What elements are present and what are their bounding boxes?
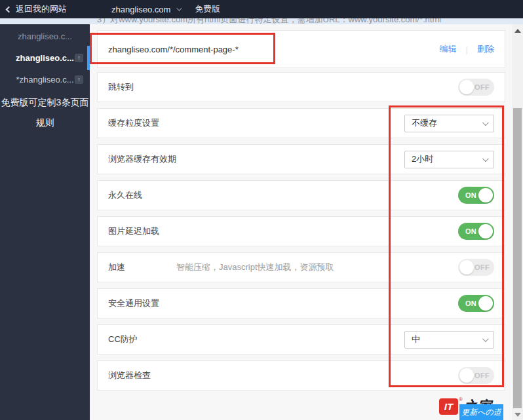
toggle-knob: [478, 188, 493, 202]
watermark-overlay: 更新への道: [459, 404, 503, 420]
sidebar-note: 免费版可定制3条页面规则: [0, 92, 90, 133]
browser-check-toggle[interactable]: OFF: [458, 367, 494, 384]
settings-row-acceleration: 加速 智能压缩，Javascript快速加载，资源预取 OFF: [97, 252, 505, 282]
rule-url: zhangliseo.com/*/comment-page-*: [108, 45, 239, 54]
security-general-toggle[interactable]: ON: [458, 295, 494, 312]
image-lazyload-toggle[interactable]: ON: [458, 223, 494, 240]
back-to-my-site-button[interactable]: 返回我的网站: [7, 3, 67, 15]
ithome-logo-icon: IT: [439, 398, 458, 415]
settings-row-cache-granularity: 缓存粒度设置 不缓存: [97, 108, 505, 138]
ithome-watermark: IT ® 之家 更新への道: [439, 396, 511, 419]
toggle-state-label: ON: [465, 299, 476, 307]
row-label: 图片延迟加载: [108, 225, 159, 237]
edit-button[interactable]: 编辑: [440, 43, 457, 55]
chevron-down-icon: [482, 119, 489, 126]
row-label: 永久在线: [108, 189, 142, 201]
domain-name: zhangliseo.com: [111, 5, 170, 14]
app-header: 返回我的网站 zhangliseo.com 免费版: [0, 0, 523, 18]
clipped-help-text: 3）对www.yoursite.com所有html页面进行特定设置，需增加URL…: [97, 18, 441, 24]
settings-row-cc-protection: CC防护 中: [97, 324, 505, 354]
delete-button[interactable]: 删除: [477, 43, 494, 55]
row-label: 加速: [108, 261, 125, 273]
toggle-state-label: OFF: [475, 83, 490, 91]
sidebar: zhangliseo.c... zhangliseo.c... ↑ *zhang…: [0, 24, 90, 420]
clipped-help-strip: 3）对www.yoursite.com所有html页面进行特定设置，需增加URL…: [0, 18, 523, 24]
acceleration-toggle[interactable]: OFF: [458, 259, 494, 276]
chevron-down-icon: [482, 335, 489, 342]
cc-protection-select[interactable]: 中: [404, 331, 494, 349]
plan-badge: 免费版: [195, 3, 220, 15]
rule-header-card: zhangliseo.com/*/comment-page-* 编辑 | 删除: [97, 30, 505, 68]
select-value: 2小时: [412, 153, 433, 165]
chevron-down-icon: [482, 155, 489, 162]
sidebar-item-label: zhangliseo.c...: [16, 53, 74, 63]
jump-to-toggle[interactable]: OFF: [458, 79, 494, 96]
scrollbar[interactable]: [512, 24, 523, 420]
row-label: 安全通用设置: [108, 297, 159, 309]
row-label: 浏览器缓存有效期: [108, 153, 176, 165]
scrollbar-thumb[interactable]: [513, 108, 522, 408]
scroll-down-arrow-icon[interactable]: [514, 413, 521, 417]
arrow-up-icon[interactable]: ↑: [75, 75, 83, 84]
divider: |: [466, 45, 468, 54]
settings-row-image-lazyload: 图片延迟加载 ON: [97, 216, 505, 246]
settings-row-jump-to: 跳转到 OFF: [97, 72, 505, 102]
sidebar-item-label: *zhangliseo.c...: [16, 75, 73, 85]
toggle-knob: [478, 224, 493, 239]
arrow-up-icon[interactable]: ↑: [75, 54, 83, 62]
toggle-state-label: ON: [465, 227, 476, 235]
row-label: 缓存粒度设置: [108, 117, 159, 129]
settings-row-browser-check: 浏览器检查 OFF: [97, 360, 505, 391]
toggle-knob: [459, 260, 474, 275]
row-label: 浏览器检查: [108, 370, 151, 381]
select-value: 不缓存: [412, 117, 437, 129]
row-description: 智能压缩，Javascript快速加载，资源预取: [176, 261, 334, 273]
settings-row-security-general: 安全通用设置 ON: [97, 288, 505, 318]
settings-row-browser-cache-ttl: 浏览器缓存有效期 2小时: [97, 144, 505, 174]
toggle-state-label: OFF: [475, 263, 490, 271]
toggle-knob: [459, 80, 474, 94]
back-label: 返回我的网站: [16, 3, 67, 15]
always-online-toggle[interactable]: ON: [458, 187, 494, 204]
toggle-knob: [478, 296, 493, 311]
browser-cache-ttl-select[interactable]: 2小时: [404, 151, 494, 168]
toggle-knob: [459, 368, 474, 383]
cache-granularity-select[interactable]: 不缓存: [404, 115, 494, 132]
select-value: 中: [412, 334, 420, 345]
chevron-left-icon: [6, 6, 12, 12]
registered-mark: ®: [459, 396, 463, 402]
sidebar-item-label: zhangliseo.c...: [18, 31, 72, 41]
row-label: CC防护: [108, 334, 138, 345]
row-label: 跳转到: [108, 81, 134, 93]
scroll-up-arrow-icon[interactable]: [514, 29, 521, 33]
domain-selector[interactable]: zhangliseo.com 免费版: [111, 3, 220, 15]
toggle-state-label: ON: [465, 191, 476, 199]
toggle-state-label: OFF: [475, 372, 490, 379]
sidebar-item-rule-1[interactable]: zhangliseo.c...: [0, 29, 90, 44]
active-item-indicator: [87, 46, 90, 70]
chevron-down-icon: [176, 5, 182, 10]
settings-row-always-online: 永久在线 ON: [97, 180, 505, 210]
